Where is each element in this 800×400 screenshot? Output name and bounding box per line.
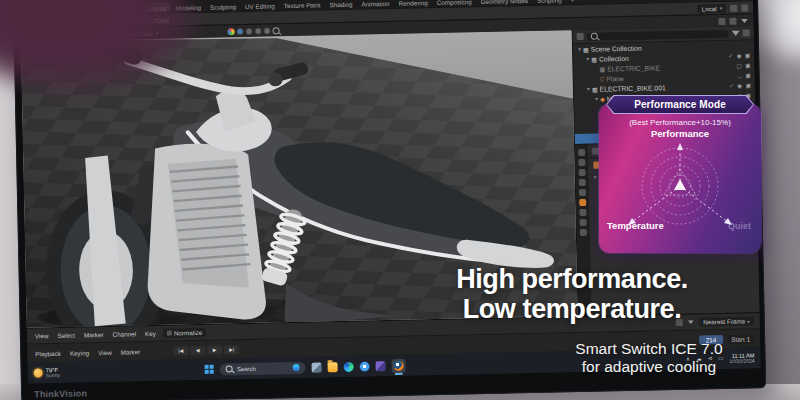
subheadline-line-2: for adaptive cooling (496, 358, 800, 376)
filter-icon[interactable] (741, 18, 747, 22)
task-view-icon[interactable] (312, 362, 322, 372)
object-type-icon: ▦ (591, 55, 597, 62)
timeline-menu-item[interactable]: Key (143, 330, 158, 337)
properties-tab-scene[interactable] (579, 179, 586, 186)
radar-axis-quiet: Quiet (728, 221, 751, 231)
timeline-menu-item[interactable]: Marker (82, 331, 106, 338)
chevron-down-icon: ▾ (747, 318, 750, 324)
radar-svg (599, 139, 761, 231)
search-icon (591, 33, 598, 40)
properties-tab-object[interactable] (579, 199, 586, 206)
object-type-icon: ▦ (599, 65, 605, 72)
playback-menus: PlaybackKeyingViewMarker (33, 348, 142, 357)
timeline-menu-item[interactable]: View (33, 332, 51, 339)
radar-axis-temperature: Temperature (607, 220, 664, 231)
taskbar-search[interactable]: Search (220, 361, 306, 375)
search-icon[interactable] (272, 27, 279, 34)
subheadline: Smart Switch ICE 7.0 for adaptive coolin… (496, 340, 800, 376)
visibility-icons[interactable]: ◡ ▣ (737, 72, 752, 78)
properties-tab-render[interactable] (578, 159, 585, 166)
playback-menu-item[interactable]: Marker (119, 348, 143, 355)
headline: High performance. Low temperature. (404, 264, 740, 324)
orientation-label: Local (702, 5, 717, 12)
shading-wireframe-icon[interactable] (245, 27, 252, 34)
proportional-edit-icon[interactable] (741, 4, 748, 11)
object-type-icon: ▦ (592, 85, 598, 92)
shading-material-icon[interactable] (254, 27, 261, 34)
sun-icon (34, 368, 43, 377)
transport-controls: |◀◀▶▶| (173, 345, 239, 355)
radar-chart: Temperature Quiet (599, 139, 761, 231)
snap-magnet-icon[interactable] (730, 4, 737, 11)
edge-browser-icon[interactable] (344, 361, 354, 371)
playback-menu-item[interactable]: Playback (33, 349, 63, 357)
file-explorer-icon[interactable] (328, 362, 338, 372)
card-title: Performance Mode (607, 96, 753, 113)
properties-tab-modifiers[interactable] (579, 209, 586, 216)
headline-line-2: Low temperature. (404, 294, 740, 324)
playback-menu-item[interactable]: View (96, 348, 114, 355)
subheadline-line-1: Smart Switch ICE 7.0 (496, 340, 800, 358)
stage: FileEditRenderWindowHelp LayoutModelingS… (0, 0, 800, 400)
card-banner: Performance Mode (606, 95, 754, 114)
filter-icon[interactable] (732, 31, 740, 36)
monitor-brand-logo: ThinkVision (34, 388, 87, 399)
properties-tab-data[interactable] (580, 229, 587, 236)
properties-tab-world[interactable] (579, 189, 586, 196)
blender-app-active[interactable] (392, 358, 406, 372)
normalize-icon (167, 331, 172, 336)
transport-button[interactable]: |◀ (173, 346, 188, 355)
timeline-menus: ViewSelectMarkerChannelKey (33, 330, 158, 340)
visibility-icons[interactable]: ✓ ◉ ▣ (728, 52, 751, 58)
radar-axis-performance: Performance (599, 128, 761, 139)
object-type-icon: ◆ (600, 95, 605, 102)
object-type-icon: ▽ (600, 75, 605, 82)
windows-start-button[interactable] (205, 365, 214, 374)
properties-tab-physics[interactable] (580, 219, 587, 226)
properties-tab-output[interactable] (579, 169, 586, 176)
headline-line-1: High performance. (404, 264, 740, 294)
blender-app-icon (394, 360, 404, 370)
timeline-menu-item[interactable]: Channel (110, 330, 138, 338)
timeline-menu-item[interactable]: Select (55, 332, 77, 339)
normalize-label: Normalize (174, 329, 202, 337)
office-app-icon[interactable] (376, 361, 386, 371)
shading-solid-icon[interactable] (236, 28, 243, 35)
playback-menu-item[interactable]: Keying (68, 349, 91, 356)
outliner-search[interactable] (587, 29, 729, 40)
photos-app-icon[interactable] (360, 361, 370, 371)
new-collection-icon[interactable] (743, 29, 750, 36)
overlays-icon[interactable] (718, 17, 725, 24)
transport-button[interactable]: ▶| (224, 345, 239, 354)
search-icon (226, 365, 233, 372)
bing-icon (293, 364, 300, 371)
weather-widget[interactable]: 79°F Sunny (34, 367, 60, 379)
card-subtitle: (Best Performance+10-15%) (599, 118, 761, 127)
transport-button[interactable]: ◀ (190, 345, 205, 354)
material-preview-icon[interactable] (227, 28, 234, 35)
orientation-dropdown[interactable]: Local ▾ (698, 3, 727, 13)
chevron-down-icon: ▾ (594, 173, 597, 179)
gizmos-icon[interactable] (729, 17, 736, 24)
visibility-icons[interactable]: ✓ ◉ ▣ (729, 82, 752, 88)
visibility-icons[interactable]: ▢ ▣ (736, 62, 751, 68)
performance-mode-card: Performance Mode (Best Performance+10-15… (599, 104, 761, 253)
weather-condition: Sunny (46, 373, 60, 379)
chevron-down-icon: ▾ (720, 5, 723, 11)
object-type-icon: ▦ (583, 45, 589, 52)
normalize-toggle[interactable]: Normalize (163, 328, 207, 338)
transport-button[interactable]: ▶ (207, 345, 222, 354)
display-mode-icon[interactable] (577, 33, 584, 40)
properties-tab-tool[interactable] (578, 149, 585, 156)
search-placeholder: Search (237, 365, 289, 372)
shading-rendered-icon[interactable] (263, 27, 270, 34)
